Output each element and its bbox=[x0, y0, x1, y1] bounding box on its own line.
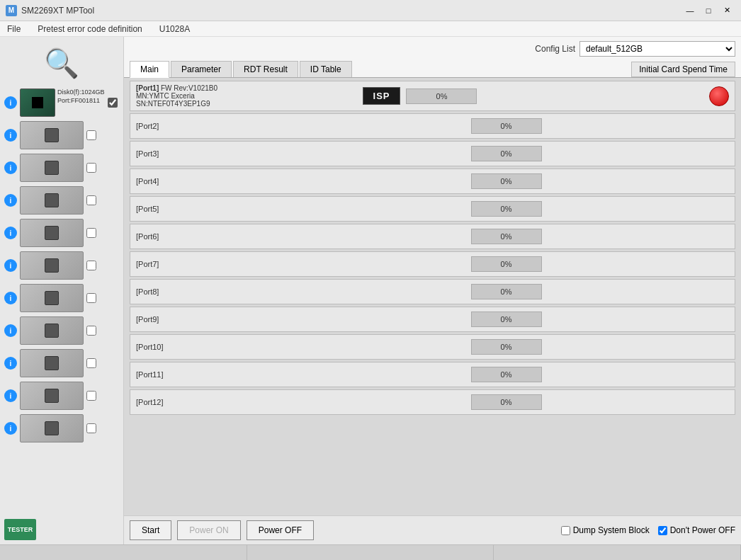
port1-sn: SN:NTEF0T4Y3EP1G9 bbox=[136, 100, 357, 108]
tab-main[interactable]: Main bbox=[130, 61, 169, 78]
power-on-button[interactable]: Power ON bbox=[177, 520, 240, 540]
app-icon: M bbox=[6, 5, 17, 16]
device-disk: Disk0(f):1024GB bbox=[57, 88, 105, 96]
device-img-0 bbox=[20, 88, 55, 117]
sidebar: 🔍 i Disk0(f):1024GB Port:FF001811 i i bbox=[0, 37, 124, 544]
chip-5 bbox=[45, 258, 59, 273]
maximize-button[interactable]: □ bbox=[700, 4, 717, 18]
status-seg-1 bbox=[247, 545, 494, 560]
info-icon-7: i bbox=[4, 324, 17, 337]
device-checkbox-0[interactable] bbox=[108, 98, 118, 108]
device-checkbox-2[interactable] bbox=[86, 163, 96, 173]
chip-4 bbox=[45, 226, 59, 240]
progress-bar-3: 0% bbox=[471, 173, 542, 189]
chip-2 bbox=[45, 161, 59, 175]
menu-pretest[interactable]: Pretest error code definition bbox=[33, 23, 146, 35]
isp-badge: ISP bbox=[363, 87, 401, 105]
progress-text-4: 0% bbox=[501, 205, 512, 213]
power-off-button[interactable]: Power OFF bbox=[247, 520, 314, 540]
device-row-3: i bbox=[4, 186, 119, 215]
config-dropdown[interactable]: default_512GB default_256GB default_1TB bbox=[579, 41, 735, 57]
port1-mn: MN:YMTC Exceria bbox=[136, 92, 357, 100]
device-checkbox-4[interactable] bbox=[86, 228, 96, 238]
chip-9 bbox=[45, 389, 59, 403]
port-label-10: [Port11] bbox=[136, 370, 278, 379]
minimize-button[interactable]: — bbox=[681, 4, 698, 18]
menu-file[interactable]: File bbox=[3, 23, 25, 35]
device-chip-0 bbox=[32, 97, 43, 108]
device-info-0: Disk0(f):1024GB Port:FF001811 bbox=[57, 88, 105, 105]
progress-text-7: 0% bbox=[501, 287, 512, 296]
device-checkbox-1[interactable] bbox=[86, 130, 96, 140]
status-bar bbox=[0, 544, 741, 560]
device-row-4: i bbox=[4, 219, 119, 247]
port-row-5: [Port6] 0% bbox=[130, 224, 735, 249]
info-icon-0: i bbox=[4, 96, 17, 109]
sidebar-search-icon: 🔍 bbox=[4, 41, 119, 86]
port-label-8: [Port9] bbox=[136, 315, 278, 324]
progress-text-0: 0% bbox=[436, 92, 448, 101]
menu-bar: File Pretest error code definition U1028… bbox=[0, 21, 741, 37]
info-icon-1: i bbox=[4, 129, 17, 142]
device-checkbox-10[interactable] bbox=[86, 423, 96, 433]
device-row-8: i bbox=[4, 349, 119, 377]
dont-power-off-option[interactable]: Don't Power OFF bbox=[658, 525, 735, 535]
info-icon-10: i bbox=[4, 422, 17, 435]
device-checkbox-6[interactable] bbox=[86, 293, 96, 303]
device-row-6: i bbox=[4, 284, 119, 312]
ports-area: [Port1] FW Rev:V1021B0 MN:YMTC Exceria S… bbox=[124, 78, 741, 515]
progress-text-9: 0% bbox=[501, 343, 512, 351]
chip-7 bbox=[45, 324, 59, 338]
device-checkbox-7[interactable] bbox=[86, 326, 96, 336]
progress-bar-10: 0% bbox=[471, 367, 542, 382]
dump-system-block-label: Dump System Block bbox=[573, 525, 650, 535]
tabs-row: Main Parameter RDT Result ID Table Initi… bbox=[124, 61, 741, 78]
port-label-11: [Port12] bbox=[136, 398, 278, 406]
initial-card-button[interactable]: Initial Card Spend Time bbox=[631, 62, 735, 77]
title-bar: M SM2269XT MPTool — □ ✕ bbox=[0, 0, 741, 21]
main-content: 🔍 i Disk0(f):1024GB Port:FF001811 i i bbox=[0, 37, 741, 544]
device-checkbox-3[interactable] bbox=[86, 195, 96, 205]
device-card-1 bbox=[20, 121, 84, 149]
tab-rdt-result[interactable]: RDT Result bbox=[233, 61, 298, 77]
port-label-2: [Port3] bbox=[136, 149, 278, 158]
dont-power-off-label: Don't Power OFF bbox=[670, 525, 735, 535]
right-panel: Config List default_512GB default_256GB … bbox=[124, 37, 741, 544]
device-row-5: i bbox=[4, 251, 119, 280]
port1-label-fw: [Port1] FW Rev:V1021B0 bbox=[136, 84, 357, 92]
config-label: Config List bbox=[535, 44, 575, 54]
device-checkbox-5[interactable] bbox=[86, 261, 96, 270]
progress-bar-5: 0% bbox=[471, 229, 542, 244]
port-label-4: [Port5] bbox=[136, 205, 278, 213]
device-row-1: i bbox=[4, 121, 119, 149]
device-row-0: i Disk0(f):1024GB Port:FF001811 bbox=[4, 88, 119, 117]
tab-parameter[interactable]: Parameter bbox=[171, 61, 232, 77]
tester-section: TESTER bbox=[4, 512, 119, 540]
start-button[interactable]: Start bbox=[130, 520, 171, 540]
port-row-11: [Port12] 0% bbox=[130, 389, 735, 415]
dump-system-block-option[interactable]: Dump System Block bbox=[561, 525, 650, 535]
device-checkbox-9[interactable] bbox=[86, 391, 96, 401]
progress-bar-2: 0% bbox=[471, 146, 542, 161]
device-card-7 bbox=[20, 316, 84, 345]
tester-badge: TESTER bbox=[4, 519, 36, 540]
bottom-right-options: Dump System Block Don't Power OFF bbox=[561, 525, 735, 535]
device-row-10: i bbox=[4, 414, 119, 442]
dump-system-block-checkbox[interactable] bbox=[561, 526, 570, 535]
progress-bar-9: 0% bbox=[471, 339, 542, 355]
device-card-10 bbox=[20, 414, 84, 442]
tab-id-table[interactable]: ID Table bbox=[300, 61, 352, 77]
close-button[interactable]: ✕ bbox=[718, 4, 735, 18]
progress-bar-7: 0% bbox=[471, 284, 542, 299]
dont-power-off-checkbox[interactable] bbox=[658, 526, 667, 535]
title-bar-controls: — □ ✕ bbox=[681, 4, 735, 18]
status-seg-0 bbox=[0, 545, 247, 560]
chip-3 bbox=[45, 193, 59, 207]
device-checkbox-8[interactable] bbox=[86, 358, 96, 368]
info-icon-8: i bbox=[4, 357, 17, 370]
chip-6 bbox=[45, 291, 59, 305]
menu-u1028a[interactable]: U1028A bbox=[155, 23, 194, 35]
device-card-3 bbox=[20, 186, 84, 215]
device-card-6 bbox=[20, 284, 84, 312]
progress-text-5: 0% bbox=[501, 232, 512, 241]
